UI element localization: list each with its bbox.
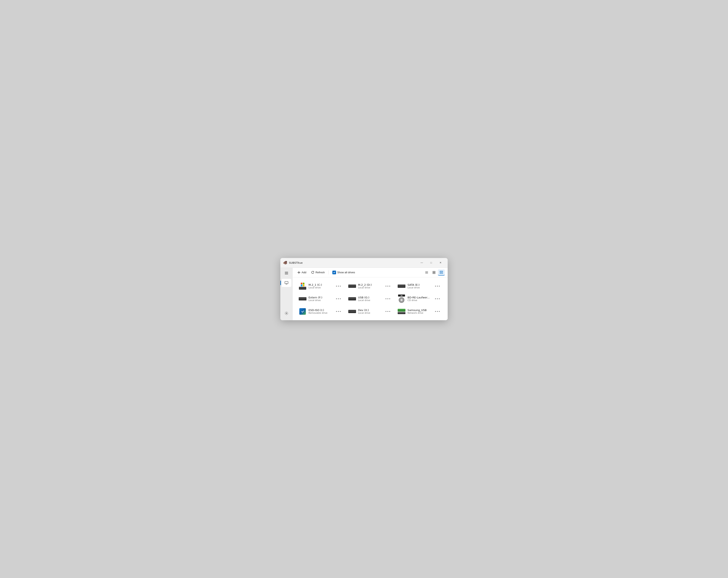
svg-rect-14 [440, 273, 443, 274]
drive-type-d: Local drive [358, 286, 382, 289]
add-button[interactable]: Add [295, 270, 308, 275]
monitor-icon [284, 281, 288, 285]
drive-info-d: M.2_2 (D:) Local drive [358, 283, 382, 289]
hamburger-line-1 [285, 272, 288, 272]
drive-more-e[interactable]: ••• [433, 284, 442, 288]
drive-item-f[interactable]: Extern (F:) Local drive ••• [297, 293, 345, 304]
toolbar: Add Refresh Show all dri [293, 268, 448, 277]
app-title: SUBSTitue [289, 261, 417, 264]
windows-logo-icon [301, 283, 305, 286]
drive-item-samsung[interactable]: Samsung_USB Network drive ••• [396, 306, 444, 317]
svg-rect-13 [440, 271, 443, 272]
drive-type-f: Local drive [309, 299, 332, 302]
drive-info-e: SATA (E:) Local drive [408, 283, 431, 289]
drive-info-f: Extern (F:) Local drive [309, 296, 332, 302]
drive-icon-c [299, 282, 307, 290]
drive-more-g[interactable]: ••• [384, 296, 392, 301]
sidebar [280, 268, 293, 320]
drive-info-bd: BD-RE-Laufwer... CD drive [408, 296, 431, 302]
minimize-button[interactable]: — [417, 259, 426, 266]
main-window: 🐗 SUBSTitue — □ ✕ [280, 258, 448, 320]
drive-type-g: Local drive [358, 299, 382, 302]
drive-icon-bd: BD [398, 295, 406, 303]
drive-icon-x [348, 307, 356, 315]
sidebar-item-drives[interactable] [282, 279, 291, 287]
drive-item-x[interactable]: Dev (X:) Local drive ••• [346, 306, 394, 317]
maximize-button[interactable]: □ [426, 259, 436, 266]
drive-name-i: ESD-ISO (I:) [309, 309, 332, 312]
drive-more-c[interactable]: ••• [334, 284, 343, 288]
toolbar-right [423, 270, 445, 276]
drive-icon-g [348, 295, 356, 303]
drive-more-d[interactable]: ••• [384, 284, 392, 288]
drive-info-c: M.2_1 (C:) Local drive [309, 283, 332, 289]
drives-grid: M.2_1 (C:) Local drive ••• M.2_2 (D:) [293, 277, 448, 320]
details-view-button[interactable] [438, 270, 445, 276]
titlebar: 🐗 SUBSTitue — □ ✕ [280, 258, 448, 268]
drive-info-i: ESD-ISO (I:) Removable drive [309, 309, 332, 314]
app-icon: 🐗 [283, 260, 287, 265]
drive-info-x: Dev (X:) Local drive [358, 309, 382, 314]
details-view-icon [440, 271, 443, 274]
drive-more-bd[interactable]: ••• [433, 296, 442, 301]
grid-view-button[interactable] [431, 270, 438, 276]
checkmark-icon [333, 271, 335, 274]
svg-rect-10 [434, 271, 435, 272]
drive-info-samsung: Samsung_USB Network drive [408, 309, 431, 314]
drive-item-i[interactable]: ESD-ISO (I:) Removable drive ••• [297, 306, 345, 317]
drive-more-i[interactable]: ••• [334, 309, 343, 314]
show-all-drives-button[interactable]: Show all drives [330, 270, 357, 276]
refresh-icon [311, 271, 314, 274]
add-label: Add [302, 271, 306, 274]
list-view-icon [425, 271, 428, 274]
drive-icon-d [348, 282, 356, 290]
svg-rect-11 [433, 273, 434, 274]
grid-view-icon [432, 271, 436, 274]
drive-icon-e [398, 282, 406, 290]
drive-name-c: M.2_1 (C:) [309, 283, 332, 286]
drive-name-d: M.2_2 (D:) [358, 283, 382, 286]
drive-type-c: Local drive [309, 286, 332, 289]
show-all-drives-label: Show all drives [337, 271, 355, 274]
gear-icon [284, 311, 288, 315]
svg-rect-12 [434, 273, 435, 274]
window-controls: — □ ✕ [417, 259, 445, 266]
drive-more-f[interactable]: ••• [334, 296, 343, 301]
drive-item-bd[interactable]: BD BD-RE-Laufwer... CD drive ••• [396, 293, 444, 304]
drive-more-x[interactable]: ••• [384, 309, 392, 314]
hamburger-menu-button[interactable] [282, 270, 290, 277]
drive-item-d[interactable]: M.2_2 (D:) Local drive ••• [346, 281, 394, 292]
drive-item-e[interactable]: SATA (E:) Local drive ••• [396, 281, 444, 292]
svg-point-3 [286, 313, 287, 314]
sidebar-top [282, 270, 291, 310]
close-button[interactable]: ✕ [436, 259, 445, 266]
drive-icon-i [299, 307, 307, 315]
drive-type-x: Local drive [358, 312, 382, 314]
list-view-button[interactable] [423, 270, 430, 276]
drive-item-c[interactable]: M.2_1 (C:) Local drive ••• [297, 281, 345, 292]
refresh-label: Refresh [315, 271, 325, 274]
hamburger-line-3 [285, 274, 288, 274]
drive-name-f: Extern (F:) [309, 296, 332, 299]
drive-name-x: Dev (X:) [358, 309, 382, 312]
drive-more-samsung[interactable]: ••• [433, 309, 442, 314]
drive-type-e: Local drive [408, 286, 431, 289]
drive-name-samsung: Samsung_USB [408, 309, 431, 312]
drive-name-g: USB (G:) [358, 296, 382, 299]
refresh-button[interactable]: Refresh [309, 270, 327, 275]
drive-type-bd: CD drive [408, 299, 431, 302]
drive-name-bd: BD-RE-Laufwer... [408, 296, 431, 299]
drive-info-g: USB (G:) Local drive [358, 296, 382, 302]
drive-icon-samsung [398, 307, 406, 315]
drive-item-g[interactable]: USB (G:) Local drive ••• [346, 293, 394, 304]
sidebar-bottom [282, 310, 290, 319]
app-body: Add Refresh Show all dri [280, 268, 448, 320]
iso-checkmark-icon [301, 310, 305, 313]
bd-label: BD [401, 295, 403, 296]
main-content: Add Refresh Show all dri [293, 268, 448, 320]
svg-rect-0 [285, 281, 288, 284]
settings-button[interactable] [282, 310, 290, 317]
drive-type-i: Removable drive [309, 312, 332, 314]
plus-icon [297, 271, 300, 274]
show-all-drives-checkbox [332, 271, 336, 274]
